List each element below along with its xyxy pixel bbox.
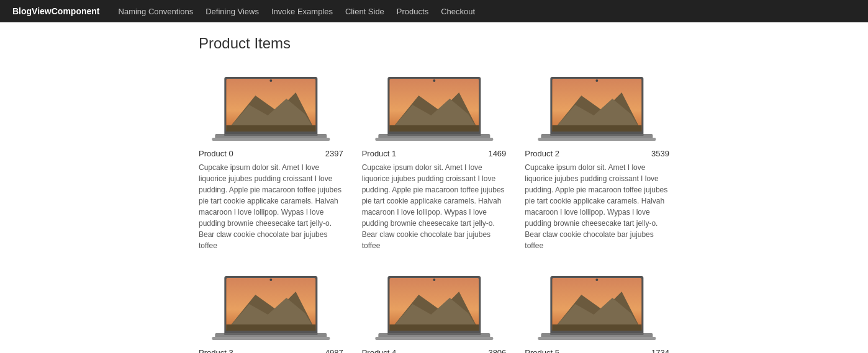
- svg-rect-51: [538, 337, 656, 340]
- product-price-5: 1734: [651, 348, 669, 353]
- svg-rect-7: [226, 125, 315, 132]
- product-price-1: 1469: [488, 149, 506, 158]
- nav-defining-views[interactable]: Defining Views: [206, 7, 259, 16]
- product-price-2: 3539: [651, 149, 669, 158]
- page-title: Product Items: [199, 35, 669, 52]
- product-header-1: Product 11469: [362, 149, 507, 158]
- product-header-5: Product 51734: [525, 348, 669, 353]
- product-grid: Product 02397Cupcake ipsum dolor sit. Am…: [199, 65, 669, 353]
- product-price-0: 2397: [325, 149, 343, 158]
- nav-client-side[interactable]: Client Side: [345, 7, 384, 16]
- svg-rect-17: [389, 125, 479, 132]
- product-image-2[interactable]: [525, 65, 669, 145]
- product-card-5: Product 51734Cupcake ipsum dolor sit. Am…: [525, 264, 669, 353]
- product-description-1: Cupcake ipsum dolor sit. Amet I love liq…: [362, 162, 507, 251]
- svg-point-48: [433, 279, 435, 281]
- product-card-2: Product 23539Cupcake ipsum dolor sit. Am…: [525, 65, 669, 251]
- product-name-1: Product 1: [362, 149, 397, 158]
- svg-rect-19: [387, 134, 481, 136]
- nav-links: Naming Conventions Defining Views Invoke…: [119, 7, 476, 16]
- product-price-3: 4987: [325, 348, 343, 353]
- svg-rect-39: [224, 333, 317, 335]
- svg-rect-49: [387, 333, 481, 335]
- product-name-0: Product 0: [199, 149, 233, 158]
- product-image-0[interactable]: [199, 65, 343, 145]
- product-image-1[interactable]: [362, 65, 507, 145]
- product-name-4: Product 4: [362, 348, 397, 353]
- svg-rect-47: [389, 324, 479, 331]
- svg-point-58: [596, 279, 599, 281]
- svg-point-38: [269, 279, 272, 281]
- product-price-4: 3806: [488, 348, 506, 353]
- product-header-3: Product 34987: [199, 348, 343, 353]
- main-content: Product Items Product 02397Cupcake ipsum…: [0, 22, 868, 353]
- svg-rect-37: [226, 324, 315, 331]
- product-image-5[interactable]: [525, 264, 669, 344]
- nav-invoke-examples[interactable]: Invoke Examples: [271, 7, 333, 16]
- svg-point-28: [596, 79, 599, 82]
- svg-point-18: [433, 79, 435, 82]
- svg-rect-9: [224, 134, 317, 136]
- nav-naming-conventions[interactable]: Naming Conventions: [119, 7, 194, 16]
- svg-rect-59: [551, 333, 644, 335]
- main-nav: BlogViewComponent Naming Conventions Def…: [0, 0, 868, 22]
- svg-rect-31: [212, 337, 330, 340]
- product-card-3: Product 34987Cupcake ipsum dolor sit. Am…: [199, 264, 343, 353]
- nav-brand: BlogViewComponent: [12, 6, 100, 16]
- svg-rect-41: [375, 337, 493, 340]
- product-header-4: Product 43806: [362, 348, 507, 353]
- svg-rect-27: [553, 125, 642, 132]
- svg-rect-57: [553, 324, 642, 331]
- product-name-2: Product 2: [525, 149, 559, 158]
- svg-rect-11: [375, 138, 493, 141]
- nav-checkout[interactable]: Checkout: [441, 7, 475, 16]
- product-card-1: Product 11469Cupcake ipsum dolor sit. Am…: [362, 65, 507, 251]
- svg-point-8: [269, 79, 272, 82]
- product-name-5: Product 5: [525, 348, 559, 353]
- product-image-3[interactable]: [199, 264, 343, 344]
- product-name-3: Product 3: [199, 348, 233, 353]
- nav-products[interactable]: Products: [397, 7, 428, 16]
- product-header-2: Product 23539: [525, 149, 669, 158]
- product-image-4[interactable]: [362, 264, 507, 344]
- svg-rect-29: [551, 134, 644, 136]
- product-description-2: Cupcake ipsum dolor sit. Amet I love liq…: [525, 162, 669, 251]
- svg-rect-21: [538, 138, 656, 141]
- product-card-4: Product 43806Cupcake ipsum dolor sit. Am…: [362, 264, 507, 353]
- product-header-0: Product 02397: [199, 149, 343, 158]
- product-card-0: Product 02397Cupcake ipsum dolor sit. Am…: [199, 65, 343, 251]
- svg-rect-1: [212, 138, 330, 141]
- product-description-0: Cupcake ipsum dolor sit. Amet I love liq…: [199, 162, 343, 251]
